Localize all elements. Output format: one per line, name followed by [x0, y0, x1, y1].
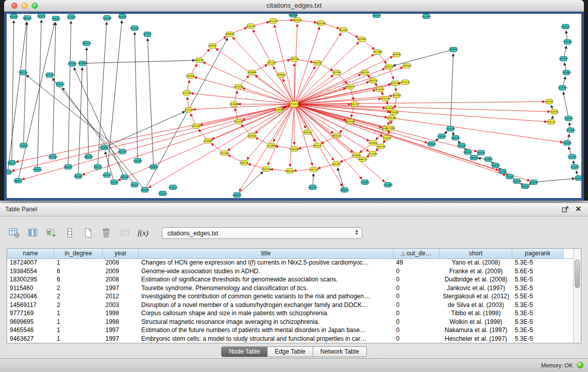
column-header-out_degree[interactable]: △out_de…	[394, 249, 440, 258]
cell-short: Hescheler et al. (1997)	[440, 335, 512, 343]
table-select-dropdown[interactable]: citations_edges.txt	[162, 227, 362, 239]
node-label: 1581069	[289, 148, 299, 150]
table-row[interactable]: 1872400712008Changes of HCN gene express…	[7, 258, 573, 267]
node-label: 1682275	[7, 162, 16, 164]
node-label: 1593403	[32, 168, 42, 171]
table-row[interactable]: 946362711997Embryonic stem cells: a mode…	[7, 335, 573, 343]
columns-button[interactable]	[26, 226, 39, 240]
node-label: 1480952	[13, 180, 23, 182]
function-button[interactable]: f(x)	[136, 226, 150, 240]
cell-in_degree: 1	[54, 309, 103, 318]
node-label: 1589441	[426, 143, 436, 145]
node-label: 1201853	[561, 71, 571, 74]
node-label: 2163403	[158, 192, 167, 195]
table-row[interactable]: 969969511998Structural magnetic resonanc…	[7, 318, 573, 326]
table-scrollbar-thumb[interactable]	[575, 259, 580, 288]
delete-button[interactable]	[99, 226, 113, 240]
node-label: 1045266	[102, 17, 112, 19]
cell-short: Jankovic et al. (1997)	[440, 284, 512, 293]
cell-title: Genome-wide association studies in ADHD.	[139, 267, 394, 276]
node-label: 7542093	[421, 15, 431, 18]
cell-out_degree: 49	[394, 258, 440, 267]
node-label: 8629344	[357, 38, 366, 40]
rows-icon	[64, 228, 75, 238]
column-header-name[interactable]: name	[7, 249, 54, 258]
float-panel-icon[interactable]	[562, 206, 570, 213]
table-row[interactable]: 1830029562008Estimation of significance …	[7, 275, 573, 284]
close-panel-icon[interactable]: ✕	[575, 205, 581, 213]
import-table-button[interactable]	[118, 226, 132, 240]
tab-network-table[interactable]: Network Table	[313, 346, 367, 357]
rows-button[interactable]	[62, 226, 76, 240]
node-label: 1862203	[22, 17, 32, 19]
node-label: 1905234	[308, 186, 317, 189]
table-row[interactable]: 1456911722003Disruption of a novel membe…	[7, 301, 573, 310]
table-row[interactable]: 946554611997Estimation of the future num…	[7, 326, 573, 335]
cell-year: 2003	[103, 301, 139, 310]
node-label: 1152234	[567, 156, 577, 158]
cell-out_degree: 0	[394, 301, 440, 310]
cell-short: Tibbo et al. (1998)	[440, 309, 512, 318]
table-scrollbar[interactable]	[573, 249, 581, 343]
cell-name: 18300295	[7, 275, 54, 284]
node-label: 1402779	[309, 168, 318, 171]
table-row[interactable]: 911546021997Tourette syndrome. Phenomeno…	[7, 284, 573, 293]
cell-short: Dudbridge et al. (2008)	[440, 275, 512, 284]
node-label: 7575150	[400, 81, 410, 83]
cell-in_degree: 6	[54, 267, 103, 276]
table-settings-button[interactable]	[7, 226, 21, 240]
column-header-year[interactable]: year	[103, 249, 139, 258]
node-label: 945186	[498, 170, 507, 173]
cell-name: 9777169	[7, 309, 54, 318]
columns-icon	[28, 228, 38, 238]
cell-title: Embryonic stem cells: a model to study s…	[139, 335, 394, 343]
cell-year: 1997	[103, 326, 139, 335]
tab-node-table[interactable]: Node Table	[221, 346, 268, 357]
node-label: 1495786	[386, 117, 396, 119]
table-row[interactable]: 977716911998Corpus callosum shape and si…	[7, 309, 573, 318]
node-label: 1034972	[207, 45, 217, 47]
cell-out_degree: 0	[394, 267, 440, 276]
network-canvas[interactable]: 1724017185204717593181654931154956214958…	[7, 14, 581, 198]
memory-status-label: Memory: OK	[541, 362, 573, 368]
node-label: 1537108	[380, 97, 390, 100]
cell-title: Disruption of a novel member of a sodium…	[139, 301, 394, 310]
column-header-pagerank[interactable]: pagerank	[512, 249, 563, 258]
node-label: 1523418	[445, 127, 455, 130]
cell-pagerank: 5.3E-5	[512, 258, 563, 267]
column-header-in_degree[interactable]: in_degree	[54, 249, 103, 258]
cell-name: 9115460	[7, 284, 54, 293]
node-label: 8101429	[390, 82, 400, 84]
edges-layer	[8, 20, 579, 195]
column-header-short[interactable]: short	[440, 249, 512, 258]
table-row[interactable]: 1938455462009Genome-wide association stu…	[7, 267, 573, 276]
node-label: 1453456	[233, 85, 243, 88]
cell-year: 1998	[103, 318, 139, 326]
tab-edge-table[interactable]: Edge Table	[268, 346, 313, 357]
cell-name: 18724007	[7, 258, 54, 267]
cell-in_degree: 1	[54, 326, 103, 335]
node-label: 1210365	[562, 142, 572, 144]
node-label: 1288346	[490, 164, 500, 167]
node-label: 1830776	[339, 189, 349, 191]
window-titlebar[interactable]: citations_edges.txt	[4, 0, 584, 12]
node-label: 1175148	[66, 16, 76, 18]
table-row[interactable]: 2242004622012Investigating the contribut…	[7, 292, 573, 301]
node-label: 1607447	[312, 144, 322, 147]
node-label: 1099918	[276, 74, 286, 76]
node-label: 2031003	[67, 62, 77, 65]
column-header-title[interactable]: title	[139, 249, 394, 258]
sort-ascending-icon: △	[401, 251, 405, 256]
cell-short: Franke et al. (2009)	[440, 267, 512, 276]
network-window: citations_edges.txt 17240171852047175931…	[4, 0, 584, 201]
desktop-background: citations_edges.txt 17240171852047175931…	[0, 0, 588, 201]
cell-pagerank: 5.3E-5	[512, 284, 563, 293]
node-label: 924509	[530, 181, 538, 184]
cell-pagerank: 5.3E-5	[512, 318, 563, 326]
cell-in_degree: 1	[54, 335, 103, 343]
node-label: 1427609	[383, 184, 393, 186]
cell-pagerank: 5.3E-5	[512, 309, 563, 318]
new-document-button[interactable]	[81, 226, 95, 240]
table-tabs: Node TableEdge TableNetwork Table	[0, 346, 588, 357]
edit-table-button[interactable]	[44, 226, 58, 240]
